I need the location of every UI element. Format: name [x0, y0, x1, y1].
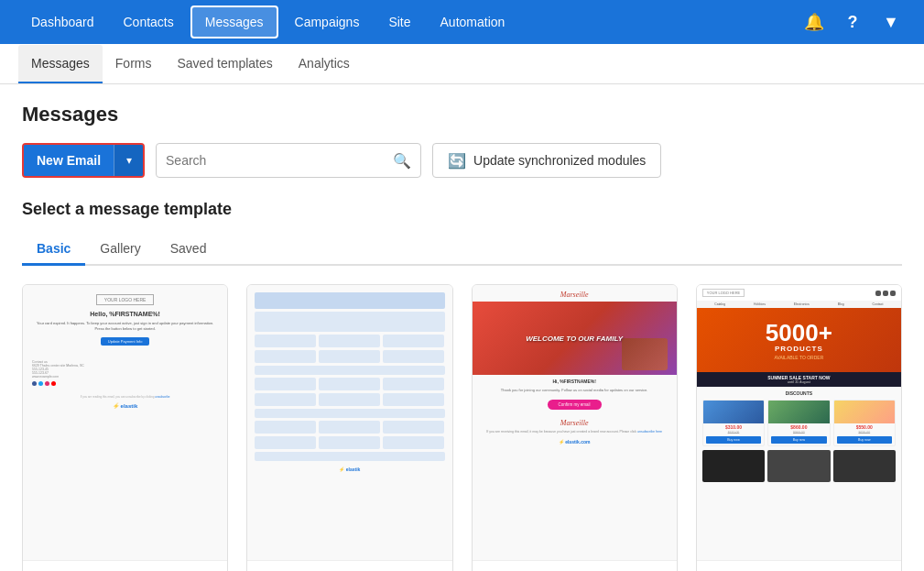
sync-modules-button[interactable]: 🔄 Update synchronized modules — [432, 143, 661, 178]
template-card-empty[interactable]: ⚡ elastik Empty template — [246, 284, 452, 571]
welcome-food-image: WELCOME TO OUR FAMILY — [473, 302, 677, 375]
sub-nav-saved-templates[interactable]: Saved templates — [164, 45, 285, 83]
template-preview-text-only: YOUR LOGO HERE Hello, %FIRSTNAME%! Your … — [23, 285, 227, 560]
top-nav-items: Dashboard Contacts Messages Campaigns Si… — [18, 5, 799, 38]
notification-bell-button[interactable]: 🔔 — [799, 7, 829, 37]
search-icon: 🔍 — [393, 152, 411, 170]
top-nav-icons: 🔔 ? ▼ — [799, 7, 906, 37]
chevron-down-icon: ▾ — [126, 154, 132, 167]
nav-item-automation[interactable]: Automation — [428, 7, 518, 37]
tab-basic[interactable]: Basic — [22, 234, 85, 266]
new-email-main-button[interactable]: New Email — [24, 145, 114, 176]
template-preview-empty: ⚡ elastik — [247, 285, 451, 560]
nav-item-campaigns[interactable]: Campaigns — [282, 7, 373, 37]
search-input[interactable] — [166, 153, 386, 168]
sub-nav-forms[interactable]: Forms — [103, 45, 165, 83]
template-label-sales: Sales — [697, 560, 901, 571]
sub-navigation: Messages Forms Saved templates Analytics — [0, 44, 924, 84]
help-icon: ? — [848, 13, 858, 32]
new-email-button-group[interactable]: New Email ▾ — [22, 143, 145, 178]
sub-nav-analytics[interactable]: Analytics — [286, 45, 363, 83]
nav-item-site[interactable]: Site — [375, 7, 423, 37]
section-title: Select a message template — [22, 200, 902, 219]
template-card-welcome[interactable]: Marseille WELCOME TO OUR FAMILY Hi, %FIR… — [472, 284, 678, 571]
bell-icon: 🔔 — [804, 12, 824, 32]
template-grid: YOUR LOGO HERE Hello, %FIRSTNAME%! Your … — [22, 284, 902, 571]
template-label-welcome: Welcome — [473, 560, 677, 571]
page-content: Messages New Email ▾ 🔍 🔄 Update synchron… — [0, 84, 924, 571]
sync-icon: 🔄 — [448, 152, 466, 170]
template-preview-sales: YOUR LOGO HERE Catalog Hobbies Electroni… — [697, 285, 901, 560]
account-dropdown-button[interactable]: ▼ — [876, 7, 906, 37]
page-title: Messages — [22, 103, 902, 126]
new-email-dropdown-button[interactable]: ▾ — [114, 145, 143, 176]
toolbar: New Email ▾ 🔍 🔄 Update synchronized modu… — [22, 143, 902, 178]
nav-item-messages[interactable]: Messages — [190, 5, 278, 38]
nav-item-contacts[interactable]: Contacts — [111, 7, 187, 37]
logo-placeholder: YOUR LOGO HERE — [96, 294, 155, 305]
nav-item-dashboard[interactable]: Dashboard — [18, 7, 107, 37]
template-card-sales[interactable]: YOUR LOGO HERE Catalog Hobbies Electroni… — [696, 284, 902, 571]
chevron-down-icon: ▼ — [883, 13, 899, 32]
template-label-empty: Empty template — [247, 560, 451, 571]
template-label-text-only: Text-only email — [23, 560, 227, 571]
sub-nav-messages[interactable]: Messages — [18, 45, 103, 83]
template-preview-welcome: Marseille WELCOME TO OUR FAMILY Hi, %FIR… — [473, 285, 677, 560]
tab-saved[interactable]: Saved — [156, 234, 222, 266]
sync-label: Update synchronized modules — [473, 153, 646, 168]
template-tabs: Basic Gallery Saved — [22, 234, 902, 266]
search-box: 🔍 — [156, 143, 421, 178]
tab-gallery[interactable]: Gallery — [85, 234, 155, 266]
select-template-section: Select a message template Basic Gallery … — [22, 200, 902, 571]
help-button[interactable]: ? — [838, 7, 867, 37]
template-card-text-only[interactable]: YOUR LOGO HERE Hello, %FIRSTNAME%! Your … — [22, 284, 228, 571]
top-navigation: Dashboard Contacts Messages Campaigns Si… — [0, 0, 924, 44]
